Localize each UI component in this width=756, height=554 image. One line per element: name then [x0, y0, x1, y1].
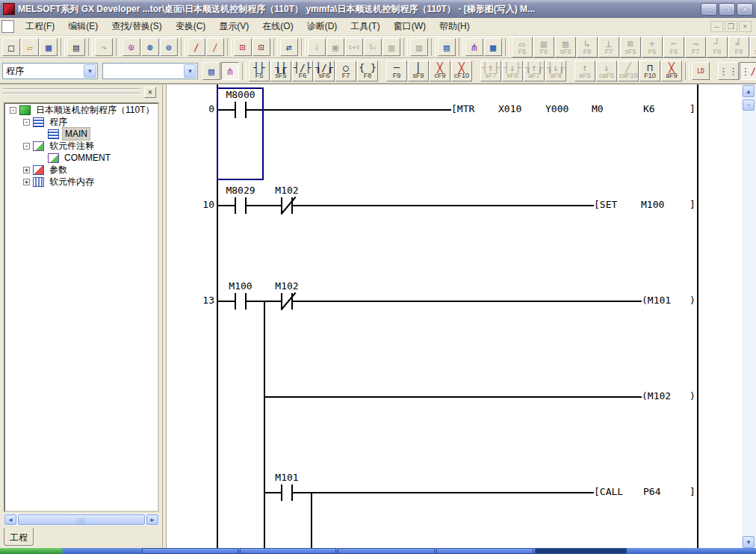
undo-button[interactable]: ↷ — [95, 38, 113, 56]
sfc-jump-button[interactable]: ↳F8 — [577, 37, 598, 58]
monitor-mode-button[interactable]: ⊡ — [234, 38, 252, 56]
sfc-selection-convergence-button[interactable]: ┘F8 — [707, 37, 728, 58]
taskbar-button[interactable] — [436, 548, 533, 554]
edit-cursor[interactable] — [217, 87, 264, 180]
parallel-closed-contact-button[interactable]: ┧/┟sF6 — [314, 61, 335, 81]
menu-d[interactable]: 诊断(D) — [300, 18, 344, 35]
print-button[interactable]: ▤ — [67, 38, 85, 56]
download-button[interactable]: ⇩ — [308, 38, 326, 56]
closed-contact[interactable] — [281, 197, 293, 214]
expand-icon[interactable]: + — [23, 179, 30, 185]
menu-c[interactable]: 变换(C) — [169, 18, 213, 35]
instruction-text[interactable]: ] — [690, 103, 695, 114]
tree-node-comment-folder[interactable]: -软元件注释 — [5, 140, 158, 152]
parallel-falling-pulse-button[interactable]: ┧↓┟aF8 — [545, 61, 566, 81]
statement-display-button[interactable]: ⋮∕ — [740, 62, 756, 80]
instruction-text[interactable]: ] — [690, 199, 695, 210]
target-selector[interactable]: ▼ — [102, 63, 198, 79]
menu-v[interactable]: 显示(V) — [212, 18, 255, 35]
sfc-simultaneous-divergence-button[interactable]: ¬F7 — [685, 37, 706, 58]
window-list-button[interactable]: ▤ — [438, 38, 456, 56]
taskbar-button[interactable] — [142, 548, 238, 554]
find-device-button[interactable]: ⊙ — [123, 38, 140, 56]
scroll-thumb[interactable]: ≡ — [743, 99, 755, 111]
project-tab[interactable]: 工程 — [4, 528, 34, 546]
save-project-button[interactable]: ▦ — [40, 38, 58, 56]
scroll-down-arrow[interactable]: ▼ — [743, 536, 755, 548]
sfc-block-start-button[interactable]: ⊠sF5 — [620, 37, 641, 58]
delete-vertical-line-button[interactable]: ╳cF10 — [451, 61, 472, 81]
instruction-text[interactable]: (M101 — [642, 295, 671, 306]
horizontal-line-button[interactable]: ─F9 — [386, 61, 407, 81]
scroll-right-arrow[interactable]: ► — [146, 514, 158, 525]
monitor-stop-button[interactable]: ⊡ — [252, 38, 270, 56]
ladder-edit-button[interactable]: ▦ — [484, 38, 502, 56]
sfc-simultaneous-convergence-button[interactable]: ╛F9 — [728, 37, 749, 58]
panel-grip[interactable] — [3, 93, 140, 94]
rising-pulse-op-button[interactable]: ↑aF5 — [574, 61, 595, 81]
chevron-down-icon[interactable]: ▼ — [84, 64, 96, 78]
instruction-text[interactable]: [SET — [594, 199, 617, 210]
scroll-thumb[interactable]: |||| — [18, 514, 145, 525]
closed-contact-button[interactable]: ┤/├F6 — [292, 61, 313, 81]
instruction-text[interactable]: (M102 — [642, 390, 671, 401]
parallel-open-contact-button[interactable]: ┧┟sF5 — [270, 61, 291, 81]
menu-t[interactable]: 工具(T) — [344, 18, 386, 35]
block-insert-button[interactable]: ▥ — [410, 38, 428, 56]
scroll-left-arrow[interactable]: ◄ — [4, 514, 16, 525]
parallel-rising-pulse-button[interactable]: ┧↑┟aF7 — [524, 61, 545, 81]
taskbar-button[interactable] — [338, 548, 435, 554]
device-test-button[interactable]: ∕ — [188, 38, 205, 56]
start-button[interactable] — [0, 548, 63, 554]
mode-selector[interactable]: 程序 ▼ — [2, 63, 98, 79]
menu-f[interactable]: 工程(F) — [19, 18, 61, 35]
menu-s[interactable]: 查找/替换(S) — [105, 18, 168, 35]
tree-node-label[interactable]: COMMENT — [62, 152, 113, 164]
tree-node-device-memory[interactable]: +软元件内存 — [5, 176, 158, 188]
new-file-button[interactable]: □ — [2, 38, 20, 56]
transfer-setup-button[interactable]: ⇄ — [280, 38, 298, 56]
tree-node-program-folder[interactable]: -程序 — [5, 116, 158, 128]
project-data-list-button[interactable]: ▤ — [202, 62, 220, 80]
restore-button[interactable]: ❐ — [719, 3, 735, 16]
collapse-icon[interactable]: - — [23, 119, 30, 126]
scroll-up-arrow[interactable]: ▲ — [743, 85, 755, 97]
ladder-vertical-scrollbar[interactable]: ▲ ≡ ▼ — [742, 84, 756, 549]
chevron-down-icon[interactable]: ▼ — [184, 64, 196, 78]
coil-button[interactable]: ○F7 — [335, 61, 356, 81]
panel-close-button[interactable]: × — [144, 87, 156, 98]
open-contact[interactable] — [235, 197, 247, 214]
tree-node-project[interactable]: -日本顺送机控制程序（110T） — [5, 104, 158, 116]
sfc-end-step-button[interactable]: ⊥F7 — [598, 37, 619, 58]
instruction-text[interactable]: [MTR — [451, 103, 474, 114]
horizontal-line-input-button[interactable]: ⊓F10 — [639, 61, 660, 81]
open-contact[interactable] — [281, 484, 293, 501]
instruction-text[interactable]: [CALL — [594, 486, 623, 497]
menu-w[interactable]: 窗口(W) — [387, 18, 433, 35]
closed-contact[interactable] — [281, 293, 293, 310]
instruction-text[interactable]: X010 — [498, 103, 521, 114]
find-string-button[interactable]: ⊚ — [160, 38, 178, 56]
taskbar-button-active[interactable] — [535, 548, 627, 554]
instruction-text[interactable]: ] — [690, 486, 695, 497]
application-instruction-button[interactable]: { }F8 — [357, 61, 378, 81]
tree-horizontal-scrollbar[interactable]: ◄ |||| ► — [4, 514, 159, 526]
collapse-icon[interactable]: - — [23, 143, 30, 150]
sfc-vertical-line-button[interactable]: ╎sF9 — [750, 37, 756, 58]
instruction-text[interactable]: Y000 — [545, 103, 568, 114]
falling-pulse-button[interactable]: ┤↓├sF8 — [502, 61, 523, 81]
collapse-icon[interactable]: - — [10, 107, 16, 114]
expand-icon[interactable]: + — [23, 167, 30, 173]
menu-e[interactable]: 编辑(E) — [61, 18, 105, 35]
error-check-button[interactable]: c+v — [345, 38, 363, 56]
comment-display-button[interactable]: ⋮⋮ — [718, 62, 739, 80]
sfc-transition-button[interactable]: +F5 — [642, 37, 663, 58]
minimize-button[interactable]: – — [701, 3, 717, 16]
open-project-button[interactable]: ▱ — [21, 38, 39, 56]
block-convert-button[interactable]: ▥ — [382, 38, 400, 56]
rising-pulse-button[interactable]: ┤↑├sF7 — [480, 61, 501, 81]
mdi-close-button[interactable]: × — [739, 21, 752, 32]
delete-horizontal-line-button[interactable]: ╳cF9 — [430, 61, 450, 81]
instruction-text[interactable]: K6 — [643, 103, 655, 114]
sfc-step-button[interactable]: ▭F5 — [512, 37, 533, 58]
